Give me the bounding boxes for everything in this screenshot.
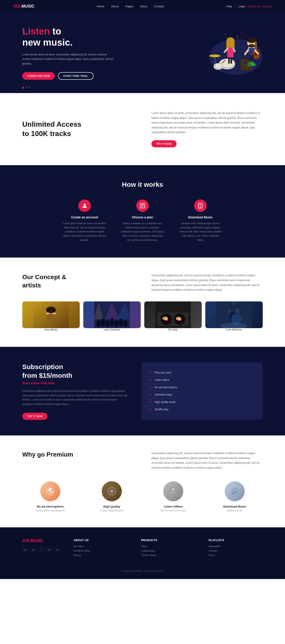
how-it-works-title: How it works (22, 181, 263, 188)
footer-link-custom-music[interactable]: Custom Music (141, 554, 195, 556)
footer-link-photos[interactable]: Photos (74, 554, 128, 556)
unlimited-left: Unlimited Accessto 100K tracks (22, 120, 134, 138)
feature-label-4: Unlimited skips (154, 393, 172, 396)
svg-text:♪: ♪ (225, 32, 226, 36)
nav-about[interactable]: About (111, 5, 119, 8)
social-spotify[interactable]: sp (30, 547, 36, 552)
listen-offline-icon (163, 481, 183, 501)
svg-point-98 (111, 491, 112, 492)
steps-container: Create an account Lorem ipsum dolor sit … (22, 200, 263, 242)
svg-point-19 (247, 38, 256, 43)
svg-rect-59 (54, 310, 56, 312)
svg-point-104 (174, 489, 174, 490)
premium-label-download: Download Music (206, 505, 263, 508)
premium-card-hq: High Quality Ectetur adipiscing elit (84, 481, 140, 512)
hero-section: Listen tonew music. Lorem ipsum dolor si… (0, 12, 285, 93)
logo: SOLMUSIC (13, 4, 34, 9)
svg-text:♩: ♩ (245, 34, 246, 37)
footer-top: SOLMUSIC ig sp f tw yt ABOUT US Our Stor… (22, 538, 263, 558)
footer-link-press[interactable]: Press (209, 554, 263, 556)
svg-point-69 (114, 320, 119, 327)
social-facebook[interactable]: f (38, 547, 44, 552)
footer-link-contact[interactable]: Contact (209, 550, 263, 552)
footer-social-links: ig sp f tw yt (22, 547, 60, 552)
footer-link-collaboration[interactable]: Collaboration (141, 550, 195, 552)
footer-link-sol-blog[interactable]: Sol Music Blog (74, 550, 128, 552)
nav-home[interactable]: Home (97, 5, 104, 8)
feature-play-any-track: ✔Play any track (149, 369, 255, 376)
nav-contact[interactable]: Contact (154, 5, 164, 8)
footer-link-plans[interactable]: Plans (141, 545, 195, 548)
svg-point-53 (200, 206, 201, 208)
navbar: SOLMUSIC Home About Pages News Contact H… (0, 0, 285, 12)
subscription-left: Subscriptionfrom $15/month Start a free … (22, 362, 128, 420)
premium-card-noad: No ad interruptions Consectetur adipisci… (22, 481, 78, 512)
concept-card-dj: DJ Sets (144, 302, 202, 331)
concept-grid: Soul Music (22, 302, 263, 331)
footer-link-newsletter[interactable]: Newstetter (209, 545, 263, 548)
step-1-desc: Lorem ipsum dolor sit amet, consectetur … (62, 221, 107, 242)
footer-brand: SOLMUSIC ig sp f tw yt (22, 538, 60, 558)
svg-point-7 (209, 54, 220, 57)
premium-card-download: Download Music Adipiscing elit (206, 481, 263, 512)
step-1-icon (78, 200, 91, 212)
check-icon-5: ✔ (149, 400, 152, 404)
login-button[interactable]: Login (238, 5, 245, 8)
step-3-icon (194, 200, 206, 212)
download-now-button[interactable]: DOWNLOAD NOW (22, 72, 55, 80)
social-instagram[interactable]: ig (22, 547, 28, 552)
check-icon-1: ✔ (149, 371, 152, 374)
svg-point-70 (119, 318, 123, 326)
unlimited-right: Lorem ipsum dolor sit amet, consectetur … (152, 111, 263, 147)
hero-buttons: DOWNLOAD NOW START FREE TRIAL (22, 72, 116, 80)
concept-left: Our Concept &artists (22, 273, 134, 292)
svg-rect-32 (252, 54, 254, 61)
try-it-now-button-2[interactable]: TRY IT NOW (22, 413, 48, 420)
svg-point-15 (247, 64, 252, 67)
premium-label-offline: Listen Offline (145, 505, 201, 508)
dj-image (144, 302, 202, 328)
nav-pages[interactable]: Pages (125, 5, 134, 8)
soul-music-image (22, 302, 80, 328)
step-2-title: Choose a plan (120, 216, 165, 219)
try-it-now-button-1[interactable]: TRY IT NOW (152, 140, 176, 147)
svg-point-65 (96, 320, 101, 327)
hero-dots (22, 87, 30, 88)
svg-text:♫: ♫ (240, 30, 243, 34)
unlimited-section: Unlimited Accessto 100K tracks Lorem ips… (0, 93, 285, 165)
footer-link-our-story[interactable]: Our Story (74, 545, 128, 548)
premium-label-hq: High Quality (84, 505, 140, 508)
create-account-button[interactable]: Create an account (248, 5, 272, 8)
unlimited-title: Unlimited Accessto 100K tracks (22, 120, 134, 138)
svg-point-11 (244, 62, 246, 64)
concept-section: Our Concept &artists Consectetur adipisc… (0, 258, 285, 346)
svg-rect-73 (111, 318, 112, 322)
footer-products-title: PRODUCTS (141, 538, 195, 542)
nav-news[interactable]: News (140, 5, 148, 8)
subscription-features-box: ✔Play any track ✔Listen offline ✔No ad i… (141, 362, 263, 420)
start-trial-button[interactable]: START FREE TRIAL (58, 72, 94, 80)
svg-rect-72 (102, 319, 103, 322)
check-icon-4: ✔ (149, 393, 152, 396)
why-premium-section: Why go Premium Consectetur adipiscing el… (0, 436, 285, 527)
streams-image (205, 302, 263, 328)
help-link[interactable]: Help (226, 5, 232, 8)
svg-rect-40 (230, 58, 232, 64)
hero-title: Listen tonew music. (22, 26, 116, 48)
concept-label-streams: Live Streems (205, 328, 263, 331)
svg-point-16 (251, 63, 256, 66)
premium-sub-download: Adipiscing elit (206, 509, 263, 512)
concept-card-concerts: Live Concerts (83, 302, 141, 331)
concept-card-soul: Soul Music (22, 302, 80, 331)
social-twitter[interactable]: tw (46, 547, 52, 552)
concept-title: Our Concept &artists (22, 273, 134, 290)
social-youtube[interactable]: yt (54, 547, 60, 552)
check-icon-2: ✔ (149, 378, 152, 382)
footer-about-us: ABOUT US Our Story Sol Music Blog Photos (74, 538, 128, 558)
svg-point-12 (243, 66, 246, 69)
nav-links: Home About Pages News Contact (97, 5, 164, 8)
svg-line-111 (234, 488, 237, 489)
feature-label-3: No ad interruptions (154, 386, 177, 389)
step-2-desc: Donec in sodales dui, a blandit nunc. Pe… (120, 221, 165, 242)
footer-logo: SOLMUSIC (22, 538, 60, 543)
